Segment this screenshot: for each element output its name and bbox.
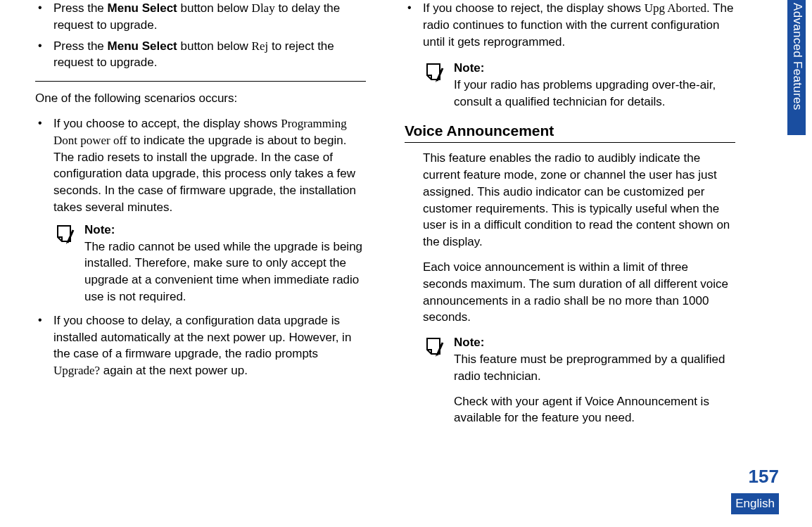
list-item: Press the Menu Select button below Rej t…: [35, 38, 366, 72]
list-item: Press the Menu Select button below Dlay …: [35, 0, 366, 34]
note-content: Note: The radio cannot be used while the…: [84, 222, 366, 305]
text: If you choose to delay, a configuration …: [53, 314, 351, 361]
note-label: Note:: [454, 60, 735, 77]
page-number: 157: [749, 464, 779, 489]
note-icon: [423, 61, 447, 85]
note-content: Note: This feature must be preprogrammed…: [454, 334, 735, 435]
list-item: If you choose to reject, the display sho…: [405, 0, 735, 50]
text: again at the next power up.: [100, 364, 248, 377]
text: button below: [177, 39, 252, 53]
note-block: Note: The radio cannot be used while the…: [53, 222, 366, 305]
note-text: This feature must be preprogrammed by a …: [454, 351, 735, 385]
menu-select-label: Menu Select: [108, 39, 177, 53]
text: button below: [177, 1, 252, 15]
list-item: If you choose to delay, a configuration …: [35, 312, 366, 379]
divider: [35, 81, 366, 82]
text: If you choose to reject, the display sho…: [423, 1, 645, 15]
scenario-list: If you choose to accept, the display sho…: [35, 115, 366, 379]
dlay-label: Dlay: [252, 1, 275, 15]
note-block: Note: If your radio has problems upgradi…: [405, 60, 735, 110]
note-text: Check with your agent if Voice Announcem…: [454, 393, 735, 427]
text: Press the: [53, 39, 108, 53]
left-column: Press the Menu Select button below Dlay …: [35, 0, 366, 442]
upg-aborted-msg: Upg Aborted: [645, 1, 706, 15]
paragraph: Each voice announcement is within a limi…: [423, 259, 735, 326]
text: Press the: [53, 1, 108, 15]
right-column: If you choose to reject, the display sho…: [405, 0, 735, 442]
language-label: English: [731, 493, 779, 514]
rej-label: Rej: [252, 39, 269, 53]
scenario-list-cont: If you choose to reject, the display sho…: [405, 0, 735, 50]
upgrade-prompt: Upgrade?: [53, 364, 100, 377]
list-item: If you choose to accept, the display sho…: [35, 115, 366, 305]
scenario-intro: One of the following scenarios occurs:: [35, 90, 366, 107]
note-label: Note:: [454, 334, 735, 351]
note-icon: [53, 223, 77, 247]
note-icon: [423, 336, 447, 360]
paragraph: This feature enables the radio to audibl…: [423, 150, 735, 250]
note-label: Note:: [84, 222, 366, 239]
side-tab: Advanced Features: [787, 0, 806, 135]
note-text: The radio cannot be used while the upgra…: [84, 240, 362, 303]
note-block: Note: This feature must be preprogrammed…: [423, 334, 735, 435]
menu-select-label: Menu Select: [108, 1, 177, 15]
note-text: If your radio has problems upgrading ove…: [454, 78, 716, 108]
action-list: Press the Menu Select button below Dlay …: [35, 0, 366, 71]
note-content: Note: If your radio has problems upgradi…: [454, 60, 735, 110]
text: If you choose to accept, the display sho…: [53, 117, 281, 130]
section-body: This feature enables the radio to audibl…: [405, 150, 735, 435]
section-title: Voice Announcement: [405, 120, 735, 143]
